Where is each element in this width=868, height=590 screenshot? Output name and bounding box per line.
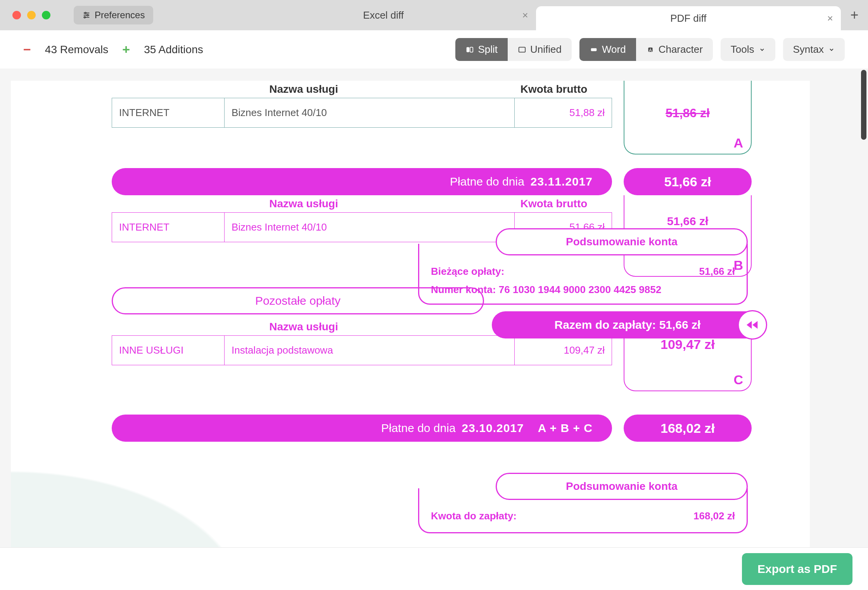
summary-acct-value: 76 1030 1944 9000 2300 4425 9852 bbox=[499, 284, 661, 295]
syntax-label: Syntax bbox=[793, 43, 824, 56]
plus-icon: + bbox=[122, 42, 130, 57]
svg-point-1 bbox=[85, 12, 86, 14]
invoice-section-a: Nazwa usługi Kwota brutto INTERNET Bizne… bbox=[112, 81, 612, 128]
unified-view-button[interactable]: Unified bbox=[508, 38, 572, 61]
svg-rect-6 bbox=[467, 47, 469, 52]
cell-service: INNE USŁUGI bbox=[112, 336, 225, 365]
preferences-label: Preferences bbox=[95, 10, 145, 21]
additions-stat: 35 Additions bbox=[144, 43, 203, 56]
svg-rect-7 bbox=[470, 47, 473, 52]
svg-marker-12 bbox=[747, 321, 752, 329]
cell-amount: 51,88 zł bbox=[515, 98, 612, 127]
section-a-total-box: 51,86 zł A bbox=[624, 81, 752, 154]
close-tab-icon[interactable]: × bbox=[522, 9, 528, 21]
tab-excel-diff[interactable]: Excel diff × bbox=[231, 0, 536, 30]
split-label: Split bbox=[478, 43, 498, 56]
word-icon bbox=[590, 45, 598, 54]
lower-account-summary: Podsumowanie konta Kwota do zapłaty: 168… bbox=[410, 473, 748, 533]
due-label: Płatne do dnia bbox=[381, 422, 456, 435]
bottom-pill: Płatne do dnia 23.10.2017 A + B + C bbox=[112, 415, 612, 442]
summary-fees-label: Bieżące opłaty: bbox=[431, 266, 504, 278]
split-view-button[interactable]: Split bbox=[455, 38, 508, 61]
tab-label: Excel diff bbox=[363, 9, 404, 21]
tabs-area: Excel diff × PDF diff × + bbox=[231, 0, 868, 30]
due-date: 23.11.2017 bbox=[531, 175, 593, 188]
section-c-total: 109,47 zł bbox=[624, 337, 751, 352]
due-label: Płatne do dnia bbox=[450, 175, 524, 188]
total-due-pill: Razem do zapłaty: 51,66 zł bbox=[492, 311, 763, 338]
cell-desc: Instalacja podstawowa bbox=[225, 336, 515, 365]
svg-point-3 bbox=[87, 14, 88, 16]
unified-icon bbox=[518, 45, 526, 54]
cell-amount: 109,47 zł bbox=[515, 336, 612, 365]
total-due-text: Razem do zapłaty: 51,66 zł bbox=[555, 318, 701, 331]
summary-title: Podsumowanie konta bbox=[496, 228, 748, 255]
traffic-lights bbox=[0, 11, 50, 19]
section-a-total: 51,86 zł bbox=[624, 106, 751, 120]
minus-icon: − bbox=[23, 42, 31, 57]
maximize-window-icon[interactable] bbox=[42, 11, 50, 19]
col-header-service: Nazwa usługi bbox=[112, 198, 496, 210]
chevron-down-icon bbox=[828, 47, 835, 53]
sliders-icon bbox=[82, 11, 91, 19]
col-header-amount: Kwota brutto bbox=[496, 83, 612, 95]
unified-label: Unified bbox=[530, 43, 562, 56]
character-label: Character bbox=[659, 43, 703, 56]
table-row: INTERNET Biznes Internet 40/10 51,88 zł bbox=[112, 98, 612, 128]
export-pdf-button[interactable]: Export as PDF bbox=[742, 553, 852, 585]
removals-count: 43 bbox=[45, 43, 57, 56]
preferences-button[interactable]: Preferences bbox=[74, 6, 153, 24]
additions-count: 35 bbox=[144, 43, 156, 56]
toolbar: − 43 Removals + 35 Additions Split Unifi… bbox=[0, 30, 868, 69]
invoice-bottom-bar: Płatne do dnia 23.10.2017 A + B + C bbox=[112, 415, 612, 442]
export-label: Export as PDF bbox=[757, 562, 837, 575]
diff-mode-segmented: Word A Character bbox=[579, 38, 713, 61]
document-viewport[interactable]: Nazwa usługi Kwota brutto INTERNET Bizne… bbox=[0, 69, 868, 590]
cell-service: INTERNET bbox=[112, 213, 225, 242]
pdf-page: Nazwa usługi Kwota brutto INTERNET Bizne… bbox=[11, 81, 810, 590]
tab-label: PDF diff bbox=[670, 12, 706, 24]
lower-summary-value: 168,02 zł bbox=[693, 510, 735, 522]
split-icon bbox=[465, 45, 474, 54]
removals-stat: 43 Removals bbox=[45, 43, 108, 56]
close-tab-icon[interactable]: × bbox=[827, 12, 833, 24]
section-b-header-pill: Płatne do dnia 23.11.2017 bbox=[112, 168, 612, 195]
chevron-down-icon bbox=[759, 47, 765, 53]
svg-rect-9 bbox=[591, 48, 597, 51]
section-letter-a: A bbox=[733, 135, 743, 151]
tools-label: Tools bbox=[731, 43, 754, 56]
syntax-dropdown[interactable]: Syntax bbox=[783, 38, 845, 61]
section-b-box-value: 51,66 zł bbox=[624, 215, 751, 228]
section-letter-c: C bbox=[733, 372, 743, 387]
removals-label: Removals bbox=[60, 43, 108, 56]
cell-service: INTERNET bbox=[112, 98, 225, 127]
bottom-total-pill-wrap: 168,02 zł bbox=[624, 415, 752, 442]
formula: A + B + C bbox=[538, 422, 593, 435]
character-diff-button[interactable]: A Character bbox=[636, 38, 713, 61]
new-tab-button[interactable]: + bbox=[841, 0, 868, 30]
scrollbar-thumb[interactable] bbox=[861, 70, 866, 140]
diff-stats: − 43 Removals + 35 Additions bbox=[23, 42, 203, 57]
cell-desc: Biznes Internet 40/10 bbox=[225, 98, 515, 127]
account-summary-overlay: Podsumowanie konta Bieżące opłaty: 51,66… bbox=[410, 228, 748, 305]
close-window-icon[interactable] bbox=[12, 11, 21, 19]
bottom-total: 168,02 zł bbox=[624, 415, 752, 442]
additions-label: Additions bbox=[159, 43, 203, 56]
due-date: 23.10.2017 bbox=[462, 422, 524, 435]
svg-rect-8 bbox=[519, 47, 526, 52]
rewind-icon bbox=[738, 310, 767, 340]
character-icon: A bbox=[646, 45, 655, 54]
tools-dropdown[interactable]: Tools bbox=[721, 38, 775, 61]
tab-pdf-diff[interactable]: PDF diff × bbox=[536, 6, 841, 30]
lower-summary-title: Podsumowanie konta bbox=[496, 473, 748, 500]
summary-acct-label: Numer konta: bbox=[431, 284, 496, 295]
col-header-service: Nazwa usługi bbox=[112, 321, 496, 333]
export-bar: Export as PDF bbox=[0, 547, 868, 590]
svg-text:A: A bbox=[649, 47, 652, 52]
summary-fees-value: 51,66 zł bbox=[699, 266, 735, 278]
titlebar: Preferences Excel diff × PDF diff × + bbox=[0, 0, 868, 30]
table-row: INNE USŁUGI Instalacja podstawowa 109,47… bbox=[112, 335, 612, 365]
minimize-window-icon[interactable] bbox=[27, 11, 36, 19]
svg-marker-13 bbox=[752, 321, 757, 329]
word-diff-button[interactable]: Word bbox=[579, 38, 636, 61]
